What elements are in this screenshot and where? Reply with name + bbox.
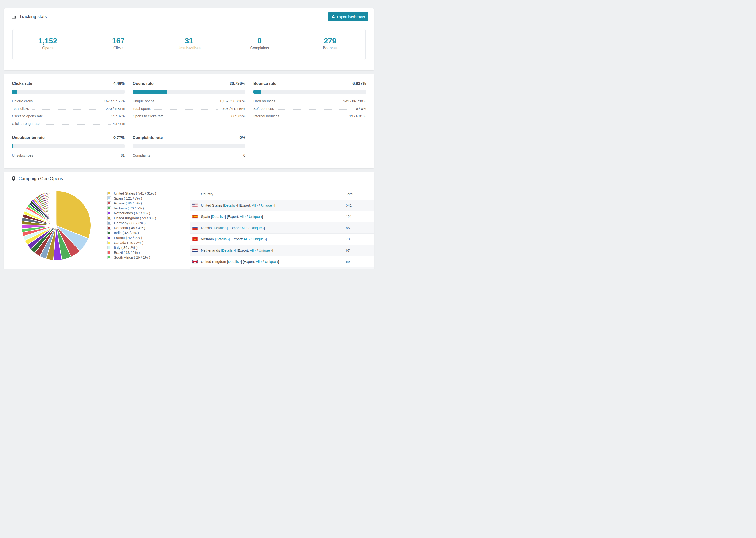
export-all-link[interactable]: All › xyxy=(250,248,256,252)
geo-table-header-total: Total xyxy=(346,188,374,200)
map-pin-icon xyxy=(12,176,16,181)
export-all-link[interactable]: All › xyxy=(256,260,262,264)
legend-label: France ( 42 / 2% ) xyxy=(114,236,142,240)
tracking-stats-title: Tracking stats xyxy=(12,14,47,19)
legend-item: South Africa ( 29 / 2% ) xyxy=(107,255,178,260)
legend-item: United Kingdom ( 59 / 3% ) xyxy=(107,215,178,220)
dotted-leader xyxy=(277,102,341,102)
dotted-leader xyxy=(45,117,109,117)
legend-swatch xyxy=(107,246,111,249)
rate-detail-value: 689.82% xyxy=(232,114,245,118)
legend-swatch xyxy=(107,221,111,225)
legend-swatch xyxy=(107,196,111,200)
details-link[interactable]: Details › xyxy=(228,260,241,264)
rate-detail-value: 242 / 86.738% xyxy=(343,99,366,103)
geo-table-row: United Kingdom [Details ›] [Export: All … xyxy=(190,256,374,267)
rate-progress-bar xyxy=(133,90,245,94)
export-unique-link[interactable]: Unique › xyxy=(265,260,278,264)
dotted-leader xyxy=(34,102,102,102)
export-unique-link[interactable]: Unique › xyxy=(250,226,264,230)
geo-table-row: Vietnam [Details ›] [Export: All › / Uni… xyxy=(190,234,374,245)
rate-detail-label: Unique clicks xyxy=(12,99,33,103)
legend-label: Spain ( 121 / 7% ) xyxy=(114,196,142,200)
country-total: 541 xyxy=(346,200,374,211)
details-link[interactable]: Details › xyxy=(224,203,237,207)
rate-value: 4.46% xyxy=(113,81,125,86)
country-total: 59 xyxy=(346,256,374,267)
country-links: [Details ›] [Export: All › / Unique ›] xyxy=(221,248,273,252)
legend-item: Russia ( 86 / 5% ) xyxy=(107,201,178,206)
dotted-leader xyxy=(166,117,230,117)
country-links: [Details ›] [Export: All › / Unique ›] xyxy=(213,226,265,230)
tracking-stats-title-text: Tracking stats xyxy=(19,14,47,19)
country-name: United Kingdom xyxy=(201,260,226,264)
geo-opens-body: United States ( 541 / 31% ) Spain ( 121 … xyxy=(4,185,374,269)
legend-label: United States ( 541 / 31% ) xyxy=(114,191,156,195)
rate-section: Bounce rate 6.927% Hard bounces 242 / 86… xyxy=(253,81,366,126)
rate-detail-label: Total opens xyxy=(133,107,151,111)
rate-section: Unsubscribe rate 0.77% Unsubscribes 31 xyxy=(12,135,125,157)
export-basic-stats-button[interactable]: Export basic stats xyxy=(328,13,368,21)
export-all-link[interactable]: All › xyxy=(242,226,248,230)
export-unique-link[interactable]: Unique › xyxy=(261,203,274,207)
details-link[interactable]: Details › xyxy=(214,226,227,230)
rate-detail-label: Hard bounces xyxy=(253,99,275,103)
geo-opens-title: Campaign Geo Opens xyxy=(12,176,63,181)
dotted-leader xyxy=(35,156,119,156)
legend-label: India ( 46 / 3% ) xyxy=(114,231,139,235)
legend-swatch xyxy=(107,191,111,195)
geo-pie-chart xyxy=(20,189,93,262)
export-all-link[interactable]: All › xyxy=(240,215,246,219)
export-prefix: Export: xyxy=(230,226,241,230)
legend-swatch xyxy=(107,251,111,254)
rate-detail-value: 220 / 5.87% xyxy=(106,107,125,111)
rate-title: Opens rate xyxy=(133,81,153,86)
rate-section: Complaints rate 0% Complaints 0 xyxy=(133,135,245,157)
details-link[interactable]: Details › xyxy=(216,237,229,241)
country-flag-icon xyxy=(192,260,198,263)
stat-cell: 0 Complaints xyxy=(224,29,295,60)
stat-label: Unsubscribes xyxy=(154,46,224,50)
rate-value: 0.77% xyxy=(113,135,125,140)
rate-detail-value: 14.497% xyxy=(111,114,125,118)
export-prefix: Export: xyxy=(228,215,239,219)
country-name: Spain xyxy=(201,215,210,219)
geo-table-row: Germany [Details ›] [Export: All › / Uni… xyxy=(190,267,374,269)
country-links: [Details ›] [Export: All › / Unique ›] xyxy=(227,260,279,264)
legend-label: Germany ( 55 / 3% ) xyxy=(114,221,145,225)
export-prefix: Export: xyxy=(244,260,255,264)
details-link[interactable]: Details › xyxy=(212,215,225,219)
dotted-leader xyxy=(31,109,104,110)
legend-swatch xyxy=(107,211,111,215)
export-unique-link[interactable]: Unique › xyxy=(253,237,266,241)
details-link[interactable]: Details › xyxy=(222,248,235,252)
country-name: Vietnam xyxy=(201,237,214,241)
export-unique-link[interactable]: Unique › xyxy=(249,215,262,219)
export-all-link[interactable]: All › xyxy=(252,203,258,207)
country-flag-icon xyxy=(192,237,198,241)
geo-pie-svg xyxy=(20,189,93,262)
dotted-leader xyxy=(41,124,111,125)
country-total: 67 xyxy=(346,245,374,256)
stat-cell: 1,152 Opens xyxy=(13,29,83,60)
rate-progress-fill xyxy=(133,90,167,94)
stat-cell: 31 Unsubscribes xyxy=(153,29,224,60)
legend-label: Brazil ( 33 / 2% ) xyxy=(114,250,140,254)
rate-detail-value: 18 / 0% xyxy=(354,107,366,111)
rate-detail-label: Unsubscribes xyxy=(12,153,33,157)
country-name: Russia xyxy=(201,226,212,230)
rate-detail-label: Clicks to opens rate xyxy=(12,114,43,118)
stat-cell: 167 Clicks xyxy=(83,29,154,60)
export-all-link[interactable]: All › xyxy=(244,237,250,241)
rate-value: 0% xyxy=(240,135,245,140)
geo-table: Country Total United States [Details ›] … xyxy=(190,188,374,269)
geo-table-row: Russia [Details ›] [Export: All › / Uniq… xyxy=(190,222,374,234)
legend-label: South Africa ( 29 / 2% ) xyxy=(114,255,150,259)
rate-detail-row: Total opens 2,303 / 61.446% xyxy=(133,107,245,111)
export-unique-link[interactable]: Unique › xyxy=(259,248,272,252)
rate-detail-row: Unique opens 1,152 / 30.736% xyxy=(133,99,245,103)
legend-item: Italy ( 36 / 2% ) xyxy=(107,245,178,250)
stat-label: Complaints xyxy=(225,46,295,50)
country-flag-icon xyxy=(192,203,198,207)
rate-detail-row: Hard bounces 242 / 86.738% xyxy=(253,99,366,103)
